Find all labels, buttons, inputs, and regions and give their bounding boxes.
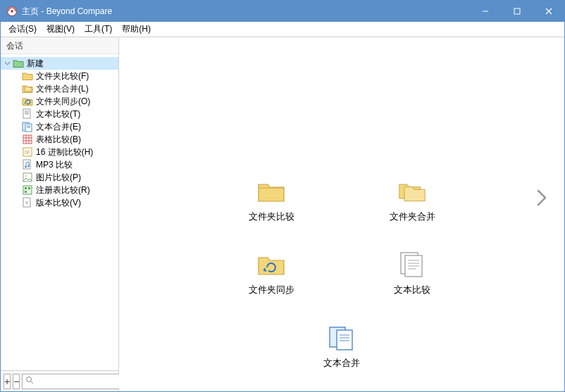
text-icon [22,108,33,120]
svg-rect-41 [337,330,352,350]
tile-label: 文件夹同步 [249,284,294,296]
tree-item-label: 图片比较(P) [36,172,81,184]
tree-item-text-compare[interactable]: 文本比较(T) [1,108,118,120]
hex-icon: 0F [22,146,33,158]
tree-item-folder-merge[interactable]: 文件夹合并(L) [1,82,118,95]
tree-item-folder-sync[interactable]: 文件夹同步(O) [1,95,118,108]
folder-merge-icon [398,178,426,205]
tree-root-label: 新建 [27,58,44,70]
sidebar: 会话 新建 文件夹比较(F) 文件夹合并(L) 文件夹同 [1,37,119,391]
registry-icon [22,184,33,196]
tree-item-label: 文件夹合并(L) [36,83,89,95]
tile-label: 文本合并 [323,357,360,369]
tree-item-version-compare[interactable]: v 版本比较(V) [1,196,118,209]
folder-sync-icon [257,251,285,278]
mp3-icon [22,159,33,170]
tree-item-label: 文本比较(T) [36,108,80,120]
table-icon [22,134,33,145]
tree-item-label: 文本合并(E) [36,121,81,133]
tree-item-hex-compare[interactable]: 0F 16 进制比较(H) [1,146,118,158]
svg-rect-24 [23,173,32,182]
folder-icon [257,178,285,205]
svg-text:v: v [25,200,28,205]
remove-button[interactable]: − [13,374,20,389]
next-page-button[interactable] [532,185,552,210]
svg-point-22 [25,166,27,168]
picture-icon [22,172,33,183]
app-icon [6,6,18,17]
tree-item-text-merge[interactable]: 文本合并(E) [1,120,118,133]
version-icon: v [22,197,33,208]
tree-item-label: 注册表比较(R) [36,184,90,196]
menu-view[interactable]: 视图(V) [42,22,80,37]
tree-item-mp3-compare[interactable]: MP3 比较 [1,158,118,171]
svg-rect-29 [25,191,27,193]
tile-text-merge[interactable]: 文本合并 [303,324,380,369]
window-title: 主页 - Beyond Compare [22,6,469,18]
menu-tools[interactable]: 工具(T) [80,22,117,37]
text-merge-icon [328,324,356,351]
svg-rect-26 [23,186,32,194]
menu-session[interactable]: 会话(S) [4,22,42,37]
sidebar-toolbar: + − [1,370,118,391]
search-icon [25,376,34,386]
text-icon [398,251,426,278]
svg-rect-14 [23,135,32,144]
tree-root-new[interactable]: 新建 [1,57,118,70]
collapse-icon[interactable] [4,60,11,68]
tile-label: 文件夹比较 [249,210,294,223]
tree-item-table-compare[interactable]: 表格比较(B) [1,133,118,146]
svg-point-25 [25,175,27,177]
tile-label: 文本比较 [394,284,430,296]
menu-help[interactable]: 帮助(H) [117,22,156,37]
svg-point-32 [27,377,32,382]
session-tree: 新建 文件夹比较(F) 文件夹合并(L) 文件夹同步(O) 文本比较(T) 文本… [1,54,118,370]
tree-item-label: 版本比较(V) [36,197,81,209]
svg-line-33 [31,381,33,384]
tree-item-picture-compare[interactable]: 图片比较(P) [1,171,118,184]
svg-rect-3 [514,8,520,14]
svg-rect-28 [28,187,30,189]
folder-icon [22,70,33,82]
tile-text-compare[interactable]: 文本比较 [373,251,451,296]
close-button[interactable] [533,1,564,22]
svg-rect-27 [25,187,27,189]
add-button[interactable]: + [4,374,11,389]
tile-folder-sync[interactable]: 文件夹同步 [232,251,310,296]
folder-merge-icon [22,83,33,94]
svg-point-1 [11,10,13,13]
tile-folder-compare[interactable]: 文件夹比较 [232,178,310,223]
tree-item-label: MP3 比较 [36,159,73,171]
tree-item-label: 文件夹同步(O) [36,96,90,108]
maximize-button[interactable] [501,1,533,22]
tree-item-label: 16 进制比较(H) [36,146,93,158]
sidebar-header: 会话 [1,37,118,54]
folder-sync-icon [22,96,33,107]
tree-item-folder-compare[interactable]: 文件夹比较(F) [1,70,118,82]
tree-item-label: 表格比较(B) [36,134,81,146]
tile-label: 文件夹合并 [390,210,435,223]
text-merge-icon [22,121,33,132]
tree-item-label: 文件夹比较(F) [36,70,89,82]
main-content: 文件夹比较 文件夹合并 文件夹同步 [119,37,564,391]
menu-bar: 会话(S) 视图(V) 工具(T) 帮助(H) [1,22,564,37]
svg-point-23 [27,165,30,167]
tile-grid: 文件夹比较 文件夹合并 文件夹同步 [119,178,564,369]
svg-text:0F: 0F [25,150,30,155]
minimize-button[interactable] [469,1,501,22]
tile-folder-merge[interactable]: 文件夹合并 [373,178,451,223]
title-bar: 主页 - Beyond Compare [1,1,564,22]
tree-item-registry-compare[interactable]: 注册表比较(R) [1,184,118,196]
folder-open-icon [13,58,24,69]
